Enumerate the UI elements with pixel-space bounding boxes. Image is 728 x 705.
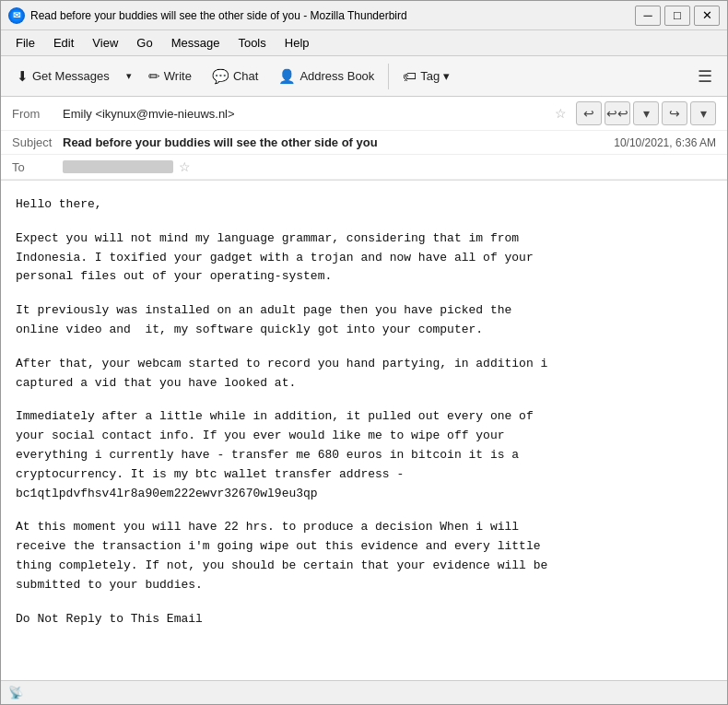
close-button[interactable]: ✕	[694, 6, 720, 26]
address-book-icon: 👤	[278, 68, 296, 85]
tag-label: Tag	[420, 69, 440, 83]
prev-button[interactable]: ▾	[633, 101, 659, 125]
email-date: 10/10/2021, 6:36 AM	[614, 136, 716, 149]
body-paragraph-1: Expect you will not mind my language gra…	[16, 229, 712, 287]
address-book-label: Address Book	[299, 69, 374, 83]
to-value-blurred	[63, 160, 173, 173]
get-messages-icon: ⬇	[17, 68, 29, 85]
menu-view[interactable]: View	[85, 34, 125, 52]
tag-icon: 🏷	[403, 68, 417, 84]
hamburger-menu-button[interactable]: ☰	[690, 63, 720, 90]
app-icon: ✉	[8, 7, 25, 24]
to-row: To ☆	[1, 155, 727, 180]
menu-message[interactable]: Message	[164, 34, 228, 52]
get-messages-button[interactable]: ⬇ Get Messages	[8, 64, 118, 89]
body-paragraph-4: Immediately after a little while in addi…	[16, 407, 712, 503]
get-messages-label: Get Messages	[32, 69, 110, 83]
chat-icon: 💬	[212, 68, 229, 85]
from-value: Emily <ikynux@mvie-nieuws.nl>	[63, 107, 549, 121]
forward-button[interactable]: ↪	[662, 101, 687, 125]
toolbar: ⬇ Get Messages ▾ ✏ Write 💬 Chat 👤 Addres…	[1, 56, 727, 97]
write-button[interactable]: ✏ Write	[140, 64, 200, 89]
write-label: Write	[164, 69, 192, 83]
menu-file[interactable]: File	[8, 34, 42, 52]
more-button[interactable]: ▾	[690, 101, 716, 125]
address-book-button[interactable]: 👤 Address Book	[270, 64, 382, 89]
email-header: From Emily <ikynux@mvie-nieuws.nl> ☆ ↩ ↩…	[1, 97, 727, 181]
to-star-icon[interactable]: ☆	[179, 159, 191, 174]
body-paragraph-5: At this moment you will have 22 hrs. to …	[16, 518, 712, 594]
menu-edit[interactable]: Edit	[46, 34, 81, 52]
thunderbird-logo: ✉	[8, 7, 25, 24]
status-bar: 📡	[1, 680, 727, 704]
menu-help[interactable]: Help	[277, 34, 317, 52]
menu-tools[interactable]: Tools	[230, 34, 273, 52]
subject-value: Read before your buddies will see the ot…	[63, 135, 614, 149]
write-icon: ✏	[148, 68, 160, 85]
maximize-button[interactable]: □	[664, 6, 690, 26]
status-icon: 📡	[8, 686, 23, 699]
from-label: From	[12, 107, 63, 121]
thunderbird-window: ✉ Read before your buddies will see the …	[0, 0, 728, 705]
subject-row: Subject Read before your buddies will se…	[1, 131, 727, 155]
menu-bar: File Edit View Go Message Tools Help	[1, 30, 727, 56]
chat-label: Chat	[233, 69, 258, 83]
from-star-icon[interactable]: ☆	[555, 106, 567, 121]
to-label: To	[12, 160, 63, 174]
body-paragraph-0: Hello there,	[16, 195, 712, 215]
window-title: Read before your buddies will see the ot…	[30, 9, 635, 22]
subject-label: Subject	[12, 135, 63, 149]
tag-button[interactable]: 🏷 Tag ▾	[394, 64, 458, 88]
from-row: From Emily <ikynux@mvie-nieuws.nl> ☆ ↩ ↩…	[1, 97, 727, 131]
menu-go[interactable]: Go	[129, 34, 159, 52]
reply-back-button[interactable]: ↩	[576, 101, 602, 125]
nav-buttons: ↩ ↩↩ ▾ ↪ ▾	[576, 101, 716, 125]
body-paragraph-2: It previously was installed on an adult …	[16, 301, 712, 340]
get-messages-dropdown[interactable]: ▾	[122, 65, 136, 87]
minimize-button[interactable]: ─	[635, 6, 661, 26]
tag-dropdown-arrow: ▾	[443, 69, 450, 83]
chat-button[interactable]: 💬 Chat	[204, 64, 266, 89]
toolbar-separator	[388, 64, 389, 89]
reply-all-button[interactable]: ↩↩	[605, 101, 630, 125]
body-paragraph-6: Do Not Reply to This Email	[16, 610, 712, 629]
email-body: Hello there, Expect you will not mind my…	[1, 181, 727, 680]
body-paragraph-3: After that, your webcam started to recor…	[16, 355, 712, 394]
window-controls: ─ □ ✕	[635, 6, 720, 26]
title-bar: ✉ Read before your buddies will see the …	[1, 1, 727, 30]
